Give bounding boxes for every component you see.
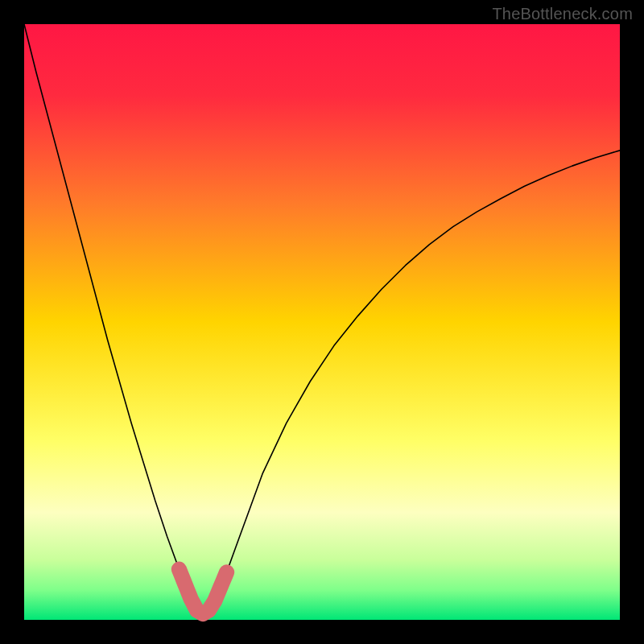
plot-background (24, 24, 620, 620)
chart-container: TheBottleneck.com (0, 0, 644, 644)
bottleneck-chart (0, 0, 644, 644)
watermark-text: TheBottleneck.com (492, 5, 633, 23)
